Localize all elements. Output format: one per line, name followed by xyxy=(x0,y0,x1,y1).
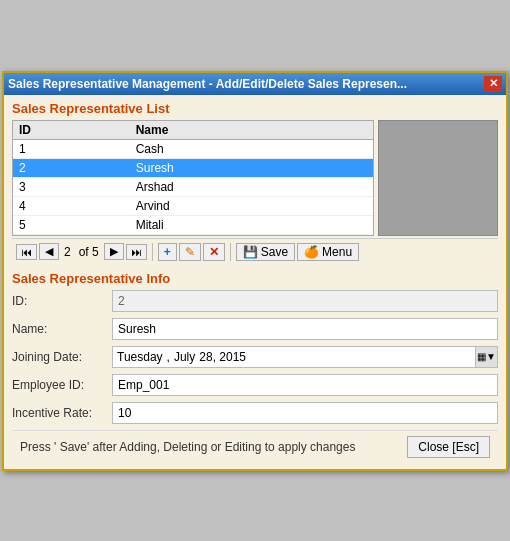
info-section-label: Sales Representative Info xyxy=(12,271,498,286)
id-input[interactable] xyxy=(112,290,498,312)
name-input[interactable] xyxy=(112,318,498,340)
list-table-wrap: ID Name 1Cash2Suresh3Arshad4Arvind5Mital… xyxy=(12,120,374,236)
add-button[interactable]: + xyxy=(158,243,177,261)
cell-name: Cash xyxy=(130,139,373,158)
cell-id: 5 xyxy=(13,215,130,234)
incentive-rate-label: Incentive Rate: xyxy=(12,406,112,420)
cell-id: 4 xyxy=(13,196,130,215)
current-record: 2 xyxy=(64,245,71,259)
record-count: of 5 xyxy=(79,245,99,259)
date-picker-container[interactable]: Tuesday , July 28, 2015 ▦▼ xyxy=(112,346,498,368)
prev-button[interactable]: ◀ xyxy=(39,243,59,260)
table-row[interactable]: 1Cash xyxy=(13,139,373,158)
first-button[interactable]: ⏮ xyxy=(16,244,37,260)
col-name: Name xyxy=(130,121,373,140)
cell-id: 2 xyxy=(13,158,130,177)
window-title: Sales Representative Management - Add/Ed… xyxy=(8,77,407,91)
col-id: ID xyxy=(13,121,130,140)
close-button[interactable]: Close [Esc] xyxy=(407,436,490,458)
sales-rep-table: ID Name 1Cash2Suresh3Arshad4Arvind5Mital… xyxy=(13,121,373,235)
navigation-bar: ⏮ ◀ 2 of 5 ▶ ⏭ + ✎ ✕ 💾 Save 🍊 Menu xyxy=(12,238,498,265)
delete-button[interactable]: ✕ xyxy=(203,243,225,261)
next-button[interactable]: ▶ xyxy=(104,243,124,260)
date-parts: Tuesday , July 28, 2015 xyxy=(113,350,475,364)
nav-separator-2 xyxy=(230,243,231,261)
content-area: Sales Representative List ID Name 1Cash2… xyxy=(4,95,506,469)
list-section-label: Sales Representative List xyxy=(12,101,498,116)
table-row[interactable]: 3Arshad xyxy=(13,177,373,196)
name-label: Name: xyxy=(12,322,112,336)
date-comma: , xyxy=(167,350,170,364)
delete-icon: ✕ xyxy=(209,245,219,259)
floppy-icon: 💾 xyxy=(243,245,258,259)
edit-icon: ✎ xyxy=(185,245,195,259)
save-button[interactable]: 💾 Save xyxy=(236,243,295,261)
menu-icon: 🍊 xyxy=(304,245,319,259)
menu-label: Menu xyxy=(322,245,352,259)
footer-bar: Press ' Save' after Adding, Deleting or … xyxy=(12,430,498,463)
add-icon: + xyxy=(164,245,171,259)
cell-name: Arshad xyxy=(130,177,373,196)
employee-id-label: Employee ID: xyxy=(12,378,112,392)
name-row: Name: xyxy=(12,318,498,340)
date-dropdown-button[interactable]: ▦▼ xyxy=(475,347,497,367)
table-row[interactable]: 5Mitali xyxy=(13,215,373,234)
id-row: ID: xyxy=(12,290,498,312)
incentive-rate-input[interactable] xyxy=(112,402,498,424)
calendar-icon: ▦▼ xyxy=(477,351,496,362)
id-label: ID: xyxy=(12,294,112,308)
preview-box xyxy=(378,120,498,236)
edit-button[interactable]: ✎ xyxy=(179,243,201,261)
table-row[interactable]: 2Suresh xyxy=(13,158,373,177)
cell-id: 3 xyxy=(13,177,130,196)
title-bar: Sales Representative Management - Add/Ed… xyxy=(4,73,506,95)
menu-button[interactable]: 🍊 Menu xyxy=(297,243,359,261)
last-button[interactable]: ⏭ xyxy=(126,244,147,260)
date-number: 28, 2015 xyxy=(199,350,246,364)
cell-id: 1 xyxy=(13,139,130,158)
save-label: Save xyxy=(261,245,288,259)
list-container: ID Name 1Cash2Suresh3Arshad4Arvind5Mital… xyxy=(12,120,498,236)
table-body: 1Cash2Suresh3Arshad4Arvind5Mitali xyxy=(13,139,373,234)
cell-name: Arvind xyxy=(130,196,373,215)
joining-date-label: Joining Date: xyxy=(12,350,112,364)
employee-id-row: Employee ID: xyxy=(12,374,498,396)
table-row[interactable]: 4Arvind xyxy=(13,196,373,215)
incentive-rate-row: Incentive Rate: xyxy=(12,402,498,424)
month: July xyxy=(174,350,195,364)
day-of-week: Tuesday xyxy=(117,350,163,364)
footer-message: Press ' Save' after Adding, Deleting or … xyxy=(20,440,355,454)
window-close-button[interactable]: ✕ xyxy=(484,76,502,92)
joining-date-row: Joining Date: Tuesday , July 28, 2015 ▦▼ xyxy=(12,346,498,368)
nav-separator xyxy=(152,243,153,261)
main-window: Sales Representative Management - Add/Ed… xyxy=(2,71,508,471)
cell-name: Mitali xyxy=(130,215,373,234)
info-section: Sales Representative Info ID: Name: Join… xyxy=(12,271,498,424)
employee-id-input[interactable] xyxy=(112,374,498,396)
cell-name: Suresh xyxy=(130,158,373,177)
table-header-row: ID Name xyxy=(13,121,373,140)
